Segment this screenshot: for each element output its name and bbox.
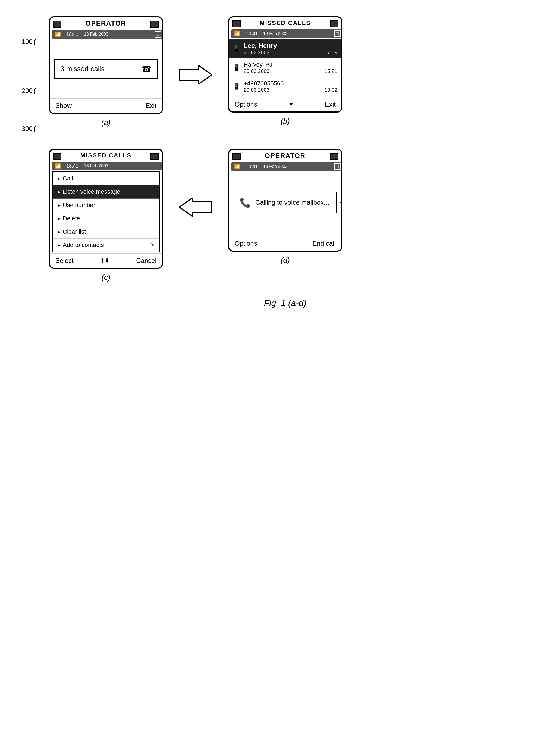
menu-item-listen[interactable]: ▶ Listen voice message [53,185,159,199]
ref-line-240 [340,202,342,203]
call-name-1: Lee, Henry [244,42,337,50]
softkey-right-b[interactable]: Exit [325,101,336,108]
corner-block-right-a [150,21,159,28]
missed-call-item-1[interactable]: 📱 Lee, Henry 20.03.2003 17:59 [229,39,341,58]
call-icon-1: 📱 [233,45,240,52]
brace-100: { [34,38,36,46]
status-date-c: 13 Feb 2003 [84,164,108,168]
caption-a: (a) [49,118,163,127]
signal-icon-d: 📶 [234,164,240,170]
brace-300: { [34,125,36,133]
corner-block-left-d [232,153,241,160]
softkey-left-d[interactable]: Options [235,240,257,247]
phone-icon-a: ☎ [141,64,151,74]
corner-block-right-b [330,21,339,28]
missed-calls-list-b: 📱 Lee, Henry 20.03.2003 17:59 [229,38,341,97]
label-100: 100 [22,38,33,46]
arrow-d-to-c [179,198,212,217]
softkey-bar-a: Show Exit [50,98,162,113]
softkey-right-d[interactable]: End call [313,240,336,247]
phone-title-d: OPERATOR [265,152,306,160]
phone-frame-a: OPERATOR 📶 18:41 13 Feb 2003 □ [49,16,163,114]
status-bar-c: 📶 18:41 13 Feb 2003 □ [52,162,163,170]
svg-marker-0 [179,65,212,84]
call-date-1: 20.03.2003 [244,50,270,56]
menu-item-clear-list[interactable]: ▶ Clear list [53,225,159,239]
label-300: 300 [22,125,33,133]
voicemail-text-d: Calling to voice mailbox... [255,199,329,206]
corner-block-right-c [150,153,159,160]
menu-item-use-number[interactable]: ▶ Use number [53,199,159,212]
softkey-bar-b: Options ▼ Exit [229,97,341,111]
missed-call-item-2[interactable]: 📱 Harvey, PJ 20.03.2003 15:21 [229,58,341,77]
call-date-2: 20.03.2003 [244,68,270,74]
status-bar-b: 📶 18:41 13 Feb 2003 □ [232,29,342,38]
softkey-left-a[interactable]: Show [56,102,72,109]
signal-icon-a: 📶 [55,31,61,37]
phone-title-a: OPERATOR [85,20,126,27]
status-time-c: 18:41 [66,163,78,169]
signal-icon-c: 📶 [55,163,61,169]
menu-item-call[interactable]: ▶ Call [53,172,159,185]
corner-block-left-b [232,21,241,28]
phone-title-c: MISSED CALLS [80,152,132,159]
caption-b: (b) [228,117,342,126]
call-time-3: 13:02 [324,87,337,93]
phone-frame-c: MISSED CALLS 📶 18:41 13 Feb 2003 □ [49,149,163,269]
status-date-a: 13 Feb 2003 [84,32,108,37]
missed-call-item-3[interactable]: 📱 +49070055566 20.03.2003 13:02 [229,77,341,96]
battery-d: □ [334,163,341,170]
softkey-updown-c: ⬆⬇ [100,257,109,264]
status-time-a: 18:41 [66,32,78,37]
status-bar-a: 📶 18:41 13 Feb 2003 □ [52,30,163,39]
call-icon-3: 📱 [233,83,240,90]
voicemail-icon-d: 📞 [240,197,251,208]
voicemail-box-d: 📞 Calling to voice mailbox... [234,192,337,213]
notification-text-a: 3 missed calls [60,65,105,73]
softkey-left-b[interactable]: Options [235,101,257,108]
dropdown-arrow-b: ▼ [288,101,293,108]
call-name-2: Harvey, PJ [244,61,337,68]
context-menu-c: ▶ Call 230 → ▶ [52,171,160,252]
status-time-b: 18:41 [246,31,258,37]
fig-caption: Fig. 1 (a-d) [16,298,554,308]
corner-block-right-d [330,153,339,160]
status-bar-d: 📶 18:41 13 Feb 2003 □ [232,162,342,171]
call-name-3: +49070055566 [244,80,337,87]
call-time-2: 15:21 [324,68,337,74]
menu-item-delete[interactable]: ▶ Delete [53,212,159,225]
phone-frame-d: OPERATOR 📶 18:41 13 Feb 2003 □ [228,149,342,252]
corner-block-left-a [53,21,61,28]
call-date-3: 20.03.2003 [244,87,270,93]
status-time-d: 18:41 [246,164,258,170]
battery-b: □ [334,30,341,37]
caption-d: (d) [228,256,342,265]
label-200: 200 [22,87,33,95]
battery-a: □ [155,31,161,37]
softkey-right-a[interactable]: Exit [146,102,157,109]
notification-box-a: 3 missed calls ☎ [54,59,158,78]
menu-item-add-contacts[interactable]: ▶ Add to contacts > [53,239,159,252]
brace-200: { [34,87,36,95]
caption-c: (c) [49,273,163,282]
call-time-1: 17:59 [324,50,337,56]
softkey-left-c[interactable]: Select [56,257,74,264]
softkey-right-c[interactable]: Cancel [136,257,157,264]
corner-block-left-c [53,153,61,160]
status-date-d: 13 Feb 2003 [263,164,288,169]
softkey-bar-d: Options End call [229,236,341,251]
phone-title-b: MISSED CALLS [260,20,311,27]
call-icon-2: 📱 [233,64,240,71]
battery-c: □ [155,163,161,169]
signal-icon-b: 📶 [234,31,240,37]
svg-marker-1 [179,198,212,217]
softkey-bar-c: Select ⬆⬇ Cancel [50,253,162,268]
status-date-b: 13 Feb 2003 [263,31,288,36]
arrow-a-to-b [179,65,212,84]
phone-frame-b: MISSED CALLS 📶 18:41 13 Feb 2003 □ [228,16,342,112]
